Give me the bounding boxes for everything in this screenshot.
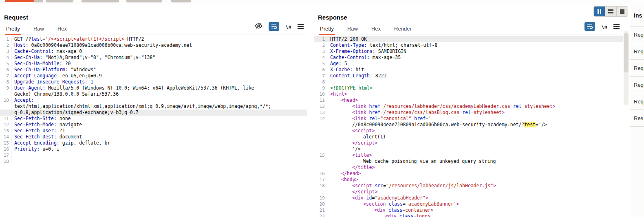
code-line[interactable]: 15Accept-Encoding: gzip, deflate, br: [0, 140, 307, 146]
tab-pretty[interactable]: Pretty: [319, 23, 335, 35]
code-text: Upgrade-Insecure-Requests: 1: [11, 79, 93, 85]
code-line[interactable]: 6Sec-Ch-Ua-Platform: "Windows": [0, 67, 307, 73]
code-line[interactable]: Web cache poisoning via an unkeyed query…: [314, 158, 623, 164]
code-line[interactable]: //0a8c000904eae710809a1cad006b00ca.web-s…: [314, 122, 623, 128]
code-line[interactable]: Gecko) Chrome/138.0.0.0 Safari/537.36: [0, 91, 307, 97]
code-line[interactable]: 2Content-Type: text/html; charset=utf-8: [314, 42, 623, 48]
code-text: alert(1): [327, 134, 386, 140]
code-line[interactable]: 7Content-Length: 8223: [314, 73, 623, 79]
code-line[interactable]: 6X-Cache: hit: [314, 67, 623, 73]
code-line[interactable]: 16</head>: [314, 171, 623, 177]
code-line[interactable]: </script>: [314, 189, 623, 195]
code-line[interactable]: 12Sec-Fetch-Mode: navigate: [0, 122, 307, 128]
inspector-item[interactable]: Req: [630, 26, 644, 43]
code-line[interactable]: 4Sec-Ch-Ua: "Not)A;Brand";v="8", "Chromi…: [0, 55, 307, 61]
line-number: [0, 91, 11, 97]
code-line[interactable]: 14Sec-Fetch-Dest: document: [0, 134, 307, 140]
request-panel-header: Request Pretty Raw Hex: [0, 5, 307, 35]
code-line[interactable]: 2Host: 0a8c000904eae710809a1cad006b00ca.…: [0, 42, 307, 48]
code-line[interactable]: 18<script src="/resources/labheader/js/l…: [314, 183, 623, 189]
code-line[interactable]: 3X-Frame-Options: SAMEORIGIN: [314, 48, 623, 55]
code-line[interactable]: 17<body>: [314, 177, 623, 183]
tab-fragment[interactable]: [126, 0, 162, 2]
tab-fragment[interactable]: [171, 0, 191, 2]
code-line[interactable]: text/html,application/xhtml+xml,applicat…: [0, 103, 307, 110]
word-wrap-toggle-button[interactable]: [269, 22, 279, 31]
tab-hex[interactable]: Hex: [370, 23, 382, 35]
code-line[interactable]: 11Sec-Fetch-Site: none: [0, 116, 307, 122]
code-line[interactable]: 16Priority: u=0, i: [0, 146, 307, 152]
code-line[interactable]: 20<section class='academyLabBanner'>: [314, 201, 623, 207]
editor-menu-button[interactable]: [298, 23, 304, 30]
pause-intercept-button[interactable]: [594, 7, 605, 16]
code-line[interactable]: alert(1): [314, 134, 623, 140]
tab-raw[interactable]: Raw: [346, 23, 359, 35]
maximize-layout-button[interactable]: [616, 7, 628, 16]
code-line[interactable]: '/>: [314, 146, 623, 152]
code-line[interactable]: 3Cache-Control: max-age=0: [0, 48, 307, 55]
line-number: 12: [314, 103, 327, 110]
tab-fragment[interactable]: [34, 0, 43, 2]
layout-control: [593, 6, 628, 17]
code-line[interactable]: 18: [0, 158, 307, 164]
inspector-item[interactable]: Req: [630, 93, 644, 110]
code-line[interactable]: 14<link rel="canonical" href=': [314, 116, 623, 122]
response-scrollbar-thumb[interactable]: [624, 33, 629, 72]
line-number: 11: [0, 116, 11, 122]
word-wrap-toggle-button[interactable]: [584, 22, 595, 31]
inspector-item[interactable]: Req: [630, 77, 644, 93]
line-number: 6: [0, 67, 11, 73]
code-line[interactable]: 1GET /?test='/><script>alert(1)</script>…: [0, 36, 307, 42]
code-text: <script>: [327, 128, 375, 134]
line-number: 4: [0, 55, 11, 61]
code-line[interactable]: 11<head>: [314, 97, 623, 103]
code-line[interactable]: 7Accept-Language: en-US,en;q=0.9: [0, 73, 307, 79]
code-line[interactable]: 9<!DOCTYPE html>: [314, 85, 623, 91]
split-layout-button[interactable]: [605, 7, 616, 16]
inspector-item[interactable]: Req: [630, 60, 644, 77]
request-editor[interactable]: 1GET /?test='/><script>alert(1)</script>…: [0, 35, 307, 217]
tab-fragment[interactable]: [46, 0, 73, 2]
code-line[interactable]: 15<title>: [314, 152, 623, 158]
code-line[interactable]: 10Accept:: [0, 97, 307, 103]
code-line[interactable]: 8: [314, 79, 623, 85]
code-line[interactable]: q=0.8,application/signed-exchange;v=b3;q…: [0, 110, 307, 116]
line-number: 15: [314, 152, 327, 158]
newline-toggle-button[interactable]: \n: [285, 24, 291, 30]
code-line[interactable]: 5Age: 5: [314, 61, 623, 67]
code-line[interactable]: 9User-Agent: Mozilla/5.0 (Windows NT 10.…: [0, 85, 307, 91]
line-number: 22: [314, 213, 327, 217]
code-line[interactable]: 21<div class=container>: [314, 207, 623, 213]
tab-fragment[interactable]: [82, 0, 119, 2]
code-line[interactable]: 8Upgrade-Insecure-Requests: 1: [0, 79, 307, 85]
code-line[interactable]: 1HTTP/2 200 OK: [314, 36, 623, 42]
tab-render[interactable]: Render: [393, 23, 413, 35]
line-number: 1: [314, 36, 327, 42]
code-line[interactable]: 10<html>: [314, 91, 623, 97]
line-number: 13: [0, 128, 11, 134]
tab-hex[interactable]: Hex: [56, 23, 68, 35]
tab-pretty[interactable]: Pretty: [5, 23, 21, 35]
hide-nonprintable-button[interactable]: [255, 22, 262, 31]
code-line[interactable]: 5Sec-Ch-Ua-Mobile: ?0: [0, 61, 307, 67]
newline-toggle-button[interactable]: \n: [601, 24, 607, 30]
active-tab-underline[interactable]: [5, 0, 35, 2]
code-line[interactable]: 12<link href=/resources/labheader/css/ac…: [314, 103, 623, 110]
code-line[interactable]: 19<div id="academyLabHeader">: [314, 195, 623, 201]
code-line[interactable]: </script>: [314, 140, 623, 146]
code-line[interactable]: <script>: [314, 128, 623, 134]
code-line[interactable]: 13Sec-Fetch-User: ?1: [0, 128, 307, 134]
code-line[interactable]: 13<link href=/resources/css/labsBlog.css…: [314, 110, 623, 116]
code-line[interactable]: </title>: [314, 164, 623, 171]
code-text: Sec-Fetch-Site: none: [11, 116, 71, 122]
line-number: 12: [0, 122, 11, 128]
editor-menu-button[interactable]: [613, 23, 620, 30]
response-editor[interactable]: 1HTTP/2 200 OK2Content-Type: text/html; …: [314, 35, 623, 217]
inspector-item[interactable]: Res: [630, 110, 644, 127]
code-line[interactable]: 22<div class=logo>: [314, 213, 623, 217]
code-line[interactable]: 17: [0, 152, 307, 158]
line-number: 7: [314, 73, 327, 79]
code-line[interactable]: 4Cache-Control: max-age=35: [314, 55, 623, 61]
tab-raw[interactable]: Raw: [32, 23, 45, 35]
inspector-item[interactable]: Req: [630, 43, 644, 60]
